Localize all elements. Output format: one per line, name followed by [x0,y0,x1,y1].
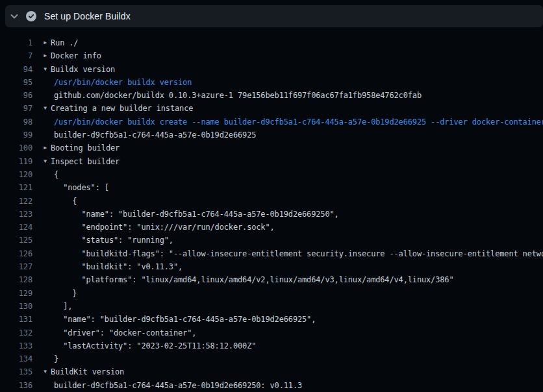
group-marker-icon[interactable]: ▶ [32,141,51,154]
log-line: 132 "driver": "docker-container", [0,326,543,339]
chevron-down-icon[interactable] [9,11,19,21]
check-circle-icon [26,11,36,21]
line-number[interactable]: 100 [0,141,32,154]
log-line: 128 "platforms": "linux/amd64,linux/amd6… [0,273,543,286]
line-number[interactable]: 98 [0,116,32,129]
line-number[interactable]: 124 [0,221,32,234]
log-line: 121 "nodes": [ [0,181,543,194]
log-line: 123 "name": "builder-d9cfb5a1-c764-445a-… [0,208,543,221]
line-text: /usr/bin/docker buildx create --name bui… [51,116,543,129]
log-line: 136 builder-d9cfb5a1-c764-445a-a57e-0b19… [0,379,543,392]
line-text: "endpoint": "unix:///var/run/docker.sock… [51,221,275,234]
line-text: "buildkit": "v0.11.3", [51,260,183,273]
line-text: Docker info [51,49,101,62]
log-line[interactable]: 100 ▶ Booting builder [0,141,543,154]
line-number[interactable]: 136 [0,379,32,392]
log-line: 127 "buildkit": "v0.11.3", [0,260,543,273]
line-text: Inspect builder [51,155,120,168]
log-line[interactable]: 97 ▼ Creating a new builder instance [0,102,543,115]
log-line: 129 } [0,287,543,300]
line-text: Booting builder [51,141,120,154]
log-line: 98 /usr/bin/docker buildx create --name … [0,116,543,129]
step-header[interactable]: Set up Docker Buildx [5,5,543,27]
line-number[interactable]: 96 [0,89,32,102]
line-number[interactable]: 120 [0,168,32,181]
group-marker-icon[interactable]: ▼ [32,155,51,168]
line-number[interactable]: 131 [0,313,32,326]
line-number[interactable]: 135 [0,365,32,378]
line-number[interactable]: 1 [0,36,32,49]
line-number[interactable]: 126 [0,247,32,260]
line-number[interactable]: 94 [0,63,32,76]
line-number[interactable]: 132 [0,326,32,339]
log-area: 1 ▶ Run ./ 7 ▶ Docker info 94 ▼ Buildx v… [0,36,543,392]
line-text: builder-d9cfb5a1-c764-445a-a57e-0b19d2e6… [51,129,256,141]
log-line[interactable]: 119 ▼ Inspect builder [0,155,543,168]
line-text: github.com/docker/buildx 0.10.3+azure-1 … [51,89,422,102]
log-line: 130 ], [0,300,543,313]
line-number[interactable]: 129 [0,287,32,300]
line-text: "lastActivity": "2023-02-25T11:58:12.000… [51,339,256,352]
log-line: 122 { [0,195,543,208]
line-number[interactable]: 127 [0,260,32,273]
log-line[interactable]: 1 ▶ Run ./ [0,36,543,49]
log-line: 133 "lastActivity": "2023-02-25T11:58:12… [0,339,543,352]
line-text: Creating a new builder instance [51,102,193,115]
step-title: Set up Docker Buildx [44,11,131,21]
line-number[interactable]: 125 [0,234,32,247]
line-number[interactable]: 123 [0,208,32,221]
line-number[interactable]: 99 [0,129,32,141]
line-number[interactable]: 122 [0,195,32,208]
log-line: 124 "endpoint": "unix:///var/run/docker.… [0,221,543,234]
line-text: "name": "builder-d9cfb5a1-c764-445a-a57e… [51,208,339,221]
group-marker-icon[interactable]: ▶ [32,49,51,62]
line-text: { [51,195,77,208]
log-line: 126 "buildkitd-flags": "--allow-insecure… [0,247,543,260]
log-line: 134 } [0,352,543,365]
group-marker-icon[interactable]: ▼ [32,102,51,115]
line-number[interactable]: 133 [0,339,32,352]
line-text: { [51,168,58,181]
line-text: "status": "running", [51,234,173,247]
log-line[interactable]: 7 ▶ Docker info [0,49,543,62]
line-text: "driver": "docker-container", [51,326,196,339]
log-line: 99 builder-d9cfb5a1-c764-445a-a57e-0b19d… [0,129,543,141]
line-text: "buildkitd-flags": "--allow-insecure-ent… [51,247,543,260]
line-number[interactable]: 128 [0,273,32,286]
line-text: "platforms": "linux/amd64,linux/amd64/v2… [51,273,454,286]
line-number[interactable]: 97 [0,102,32,115]
log-line: 125 "status": "running", [0,234,543,247]
line-text: "nodes": [ [51,181,109,194]
log-line[interactable]: 94 ▼ Buildx version [0,63,543,76]
line-number[interactable]: 95 [0,76,32,89]
line-text: BuildKit version [51,365,124,378]
log-line: 96 github.com/docker/buildx 0.10.3+azure… [0,89,543,102]
line-text: Run ./ [51,36,78,49]
line-number[interactable]: 7 [0,49,32,62]
line-number[interactable]: 130 [0,300,32,313]
line-text: } [51,352,58,365]
group-marker-icon[interactable]: ▶ [32,36,51,49]
log-line: 120 { [0,168,543,181]
log-line: 131 "name": "builder-d9cfb5a1-c764-445a-… [0,313,543,326]
line-number[interactable]: 119 [0,155,32,168]
line-number[interactable]: 121 [0,181,32,194]
line-text: Buildx version [51,63,115,76]
line-number[interactable]: 134 [0,352,32,365]
line-text: "name": "builder-d9cfb5a1-c764-445a-a57e… [51,313,316,326]
group-marker-icon[interactable]: ▼ [32,63,51,76]
line-text: } [51,287,77,300]
line-text: /usr/bin/docker buildx version [51,76,192,89]
line-text: ], [51,300,72,313]
line-text: builder-d9cfb5a1-c764-445a-a57e-0b19d2e6… [51,379,302,392]
group-marker-icon[interactable]: ▼ [32,365,51,378]
log-line[interactable]: 135 ▼ BuildKit version [0,365,543,378]
log-line: 95 /usr/bin/docker buildx version [0,76,543,89]
